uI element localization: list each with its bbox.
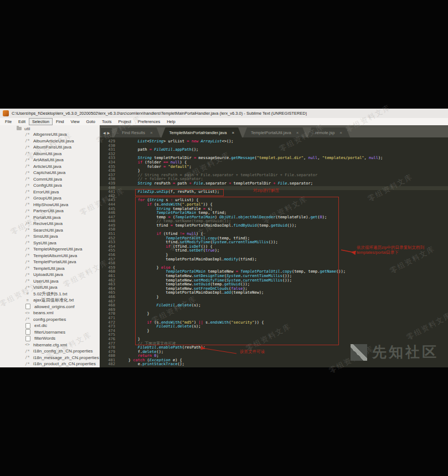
menu-item-edit[interactable]: Edit: [15, 118, 29, 125]
line-number: 482: [100, 362, 119, 367]
java-file-icon: /*: [24, 234, 30, 239]
file-tree-item[interactable]: /*ConfigUtil.java: [0, 182, 100, 189]
file-tree-item[interactable]: <>beans.xml: [0, 310, 100, 316]
file-name: SysUtil.java: [33, 240, 56, 245]
file-tree-item[interactable]: ≡ajax返回值标准化.txt: [0, 297, 100, 304]
tab-templetportalutil-java[interactable]: TempletPortalUtil.java×: [243, 127, 306, 137]
menu-item-preferences[interactable]: Preferences: [135, 118, 163, 125]
file-tree-item[interactable]: /*SysUtil.java: [0, 240, 100, 247]
java-file-icon: /*: [24, 362, 30, 366]
file-name: PortalUtil.java: [33, 215, 60, 220]
tab-scroll-left-icon[interactable]: ◀: [103, 131, 106, 135]
file-tree-item[interactable]: ≡5.02升级到5.1.txt: [0, 291, 100, 298]
tab-find-results[interactable]: Find Results×: [114, 127, 160, 137]
file-tree-item[interactable]: /*CommUtil.java: [0, 176, 100, 183]
file-name: TempletPortalUtil.java: [33, 259, 76, 264]
tab-scroll-arrows[interactable]: ◀ ▶: [101, 128, 112, 137]
file-tree-item[interactable]: /*VisitUtil.java: [0, 284, 100, 291]
file-name: ajax返回值标准化.txt: [33, 297, 74, 303]
java-file-icon: /*: [24, 171, 30, 175]
code-area[interactable]: 429 List<String> urlList = new ArrayList…: [100, 137, 448, 367]
java-file-icon: /*: [24, 209, 30, 213]
file-tree-item[interactable]: /*ArtAttalUtil.java: [0, 157, 100, 163]
file-tree-item[interactable]: /*AlbumArticleUtil.java: [0, 138, 100, 145]
menu-item-selection[interactable]: Selection: [29, 118, 53, 125]
java-file-icon: /*: [24, 279, 30, 283]
menu-item-file[interactable]: File: [2, 118, 15, 125]
tab-scroll-right-icon[interactable]: ▶: [107, 131, 110, 135]
file-tree-item[interactable]: /*i18n_product_zh_CN.properties: [0, 361, 100, 367]
file-tree-item[interactable]: /*ArticleUtil.java: [0, 163, 100, 170]
file-tree-item[interactable]: /*UploadUtil.java: [0, 272, 100, 278]
txt-file-icon: ≡: [24, 291, 30, 296]
tab-remote-jsp[interactable]: remote.jsp×: [307, 127, 350, 137]
file-name: AlbumArticleUtil.java: [33, 139, 74, 144]
menu-item-view[interactable]: View: [67, 118, 83, 125]
tab-close-icon[interactable]: ×: [339, 130, 342, 135]
file-name: ArticleUtil.java: [33, 164, 61, 169]
java-file-icon: /*: [24, 215, 30, 219]
menu-item-tools[interactable]: Tools: [99, 118, 115, 125]
file-tree-item[interactable]: ext.dic: [0, 323, 100, 329]
tab-close-icon[interactable]: ×: [296, 130, 299, 135]
java-file-icon: /*: [24, 222, 30, 226]
file-name: allowed_origins.conf: [34, 304, 75, 309]
file-tree-item[interactable]: /*ReciveUtil.java: [0, 221, 100, 227]
menu-item-help[interactable]: Help: [163, 118, 178, 125]
file-tree-item[interactable]: /*i18n_config_zh_CN.properties: [0, 348, 100, 355]
file-tree-item[interactable]: /*SmsUtil.java: [0, 233, 100, 240]
doc-file-icon: [25, 336, 30, 341]
code-line: 469: [100, 308, 448, 313]
file-tree-items: /*AlbgenreUtil.java/*AlbumArticleUtil.ja…: [0, 131, 100, 367]
file-tree-item[interactable]: /*UserUtil.java: [0, 278, 100, 285]
tab-label: TempletPortalUtil.java: [251, 130, 291, 135]
file-tree-item[interactable]: allowed_origins.conf: [0, 304, 100, 310]
code-line: 474 }: [100, 329, 448, 334]
file-tree-item[interactable]: <>hibernate.cfg.xml: [0, 342, 100, 349]
file-tree-item[interactable]: /*TempletAlbumUtil.java: [0, 253, 100, 259]
doc-file-icon: [25, 329, 30, 335]
tab-close-icon[interactable]: ×: [231, 130, 234, 135]
file-tree-item[interactable]: filterWords: [0, 335, 100, 342]
file-name: AlbgenreUtil.java: [33, 132, 66, 137]
file-tree-item[interactable]: /*PortalUtil.java: [0, 214, 100, 221]
file-tree-item[interactable]: /*AlbumUtil.java: [0, 151, 100, 157]
file-tree-item[interactable]: /*AlbgenreUtil.java: [0, 131, 100, 138]
file-tree-item[interactable]: /*HttpShowUtil.java: [0, 202, 100, 208]
menu-item-project[interactable]: Project: [115, 118, 134, 125]
file-tree-item[interactable]: filterUsernames: [0, 329, 100, 336]
file-tree-item[interactable]: /*i18n_message_zh_CN.properties: [0, 355, 100, 361]
code-lines: 429 List<String> urlList = new ArrayList…: [100, 140, 448, 367]
file-name: ErrorUtil.java: [33, 190, 59, 195]
screenshot-stage: C:\Users\hps_f\Desktop\lerx_v6.3.0_20200…: [0, 0, 448, 476]
code-line: 466 }: [100, 295, 448, 300]
tab-templetmainportalhandler-java[interactable]: TempletMainPortalHandler.java×: [162, 127, 242, 137]
code-line: 468 FileUtil.delete(s);: [100, 304, 448, 308]
doc-file-icon: [25, 304, 30, 309]
file-tree-item[interactable]: /*TempletPortalUtil.java: [0, 259, 100, 265]
menu-item-find[interactable]: Find: [53, 118, 68, 125]
code-line: 457 templetPortalMainDaoImpl.modify(tfin…: [100, 258, 448, 262]
file-tree-item[interactable]: /*SearchUtil.java: [0, 227, 100, 234]
menu-item-goto[interactable]: Goto: [83, 118, 99, 125]
java-file-icon: /*: [24, 202, 30, 207]
file-tree-item[interactable]: /*CaptchaUtil.java: [0, 170, 100, 176]
file-tree-item[interactable]: /*TempletUtil.java: [0, 265, 100, 272]
tab-label: remote.jsp: [315, 130, 334, 135]
java-file-icon: /*: [24, 260, 30, 264]
java-file-icon: /*: [24, 183, 30, 188]
file-tree-item[interactable]: /*TempletAlbgenreUtil.java: [0, 246, 100, 253]
file-tree-folder-util[interactable]: util: [0, 126, 100, 131]
xml-file-icon: <>: [24, 311, 30, 315]
file-tree-item[interactable]: /*config.properties: [0, 316, 100, 323]
file-tree-item[interactable]: /*GroupUtil.java: [0, 195, 100, 202]
tab-close-icon[interactable]: ×: [150, 130, 153, 135]
file-tree-item[interactable]: /*PartnerUtil.java: [0, 208, 100, 214]
menu-bar: FileEditSelectionFindViewGotoToolsProjec…: [0, 118, 448, 125]
file-tree-sidebar[interactable]: util /*AlbgenreUtil.java/*AlbumArticleUt…: [0, 125, 100, 367]
tab-bar: ◀ ▶ Find Results×TempletMainPortalHandle…: [100, 125, 448, 137]
file-tree-item[interactable]: /*AlbumFansUtil.java: [0, 144, 100, 151]
tab-label: TempletMainPortalHandler.java: [169, 130, 227, 135]
file-name: i18n_product_zh_CN.properties: [33, 361, 96, 366]
file-tree-item[interactable]: /*ErrorUtil.java: [0, 189, 100, 196]
